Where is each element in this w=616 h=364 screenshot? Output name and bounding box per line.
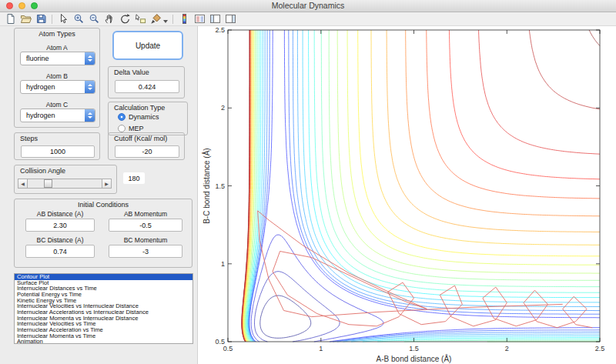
atom-c-label: Atom C [15,101,99,109]
atom-a-label: Atom A [15,44,99,52]
pan-icon[interactable] [102,13,116,25]
cutoff-field[interactable] [115,145,179,158]
slider-thumb[interactable] [44,179,52,188]
plot-type-listbox[interactable]: Contour PlotSurface PlotInternuclear Dis… [14,273,193,344]
toolbar-separator [172,15,173,24]
collision-angle-panel: Collision Angle ◀ ▶ [14,165,117,194]
calculation-type-panel: Calculation Type DynamicsMEP [108,102,188,135]
radio-label: MEP [129,125,144,132]
popup-arrows-icon [85,109,95,122]
delta-value-title: Delta Value [109,68,184,76]
steps-title: Steps [15,135,99,142]
controls-panel: Atom Types Atom AfluorineAtom BhydrogenA… [0,26,198,364]
zoom-out-icon[interactable] [87,13,101,25]
radio-button-icon[interactable] [118,113,126,121]
figure-toolbar [0,12,616,26]
delta-value-panel: Delta Value [108,66,185,99]
plot-browser-icon[interactable] [208,13,222,25]
atom-c-popup[interactable]: hydrogen [20,109,95,122]
initial-conditions-panel: Initial Conditions AB Distance (A)AB Mom… [14,199,192,268]
pointer-icon[interactable] [56,13,70,25]
x-tick-label: 2.5 [595,345,605,352]
atom-b-label: Atom B [15,72,99,80]
atom-types-title: Atom Types [15,30,99,38]
x-tick-label: 0.5 [223,345,233,352]
rotate-3d-icon[interactable] [118,13,132,25]
radio-button-icon[interactable] [118,125,126,132]
slider-left-arrow[interactable]: ◀ [18,179,28,189]
toolbar-separator [52,15,52,24]
insert-legend-icon[interactable] [192,13,206,25]
popup-arrows-icon [85,81,95,93]
slider-right-arrow[interactable]: ▶ [102,179,112,189]
x-axis-label: A-B bond distance (Å) [377,354,452,363]
initial-conditions-title: Initial Conditions [15,201,192,209]
ab-momentum-field[interactable] [109,219,182,232]
steps-field[interactable] [21,145,95,158]
zoom-in-icon[interactable] [72,13,85,25]
save-figure-icon[interactable] [34,13,48,25]
y-axis-label: B-C bond distance (Å) [202,148,211,223]
cutoff-title: Cutoff (Kcal/ mol) [109,135,184,142]
update-button[interactable]: Update [112,31,183,60]
figure-area: 0.511.522.50.511.522.5A-B bond distance … [197,26,616,364]
titlebar: Molecular Dynamics [0,0,616,12]
bc-momentum-field[interactable] [109,245,182,258]
x-tick-label: 1.5 [409,345,419,352]
data-cursor-icon[interactable] [133,13,147,25]
ab-distance-a-label: AB Distance (A) [21,210,99,218]
slider-track[interactable] [28,179,102,189]
plot-list-item[interactable]: Animation [15,339,192,344]
bc-momentum-label: BC Momentum [104,236,187,244]
cutoff-panel: Cutoff (Kcal/ mol) [108,132,185,160]
insert-colorbar-icon[interactable] [177,13,191,25]
bc-distance-a-field[interactable] [25,245,95,258]
radio-mep[interactable]: MEP [118,125,144,132]
x-tick-label: 1 [319,345,323,352]
y-tick-label: 1 [221,260,225,268]
collision-angle-value: 180 [123,172,145,184]
window-title: Molecular Dynamics [0,1,616,10]
ab-distance-a-field[interactable] [25,219,95,232]
collision-angle-slider[interactable]: ◀ ▶ [18,178,112,189]
property-editor-icon[interactable] [223,13,237,25]
atom-types-panel: Atom Types Atom AfluorineAtom BhydrogenA… [14,28,100,128]
contour-plot: 0.511.522.50.511.522.5A-B bond distance … [197,26,616,364]
calculation-type-title: Calculation Type [109,104,187,112]
open-file-icon[interactable] [18,13,32,25]
new-figure-icon[interactable] [3,13,17,25]
popup-arrows-icon [85,52,95,65]
y-tick-label: 0.5 [215,338,225,346]
atom-a-popup[interactable]: fluorine [20,52,95,65]
brush-dropdown-caret[interactable] [163,20,168,23]
atom-b-popup[interactable]: hydrogen [20,80,95,94]
radio-label: Dynamics [129,113,159,121]
y-tick-label: 2 [221,104,225,112]
axes-box [228,30,600,342]
collision-angle-title: Collision Angle [15,167,116,175]
y-tick-label: 2.5 [215,26,225,34]
ab-momentum-label: AB Momentum [104,210,187,218]
bc-distance-a-label: BC Distance (A) [21,236,99,244]
y-tick-label: 1.5 [215,182,225,190]
brush-icon[interactable] [149,13,162,25]
x-tick-label: 2 [505,345,509,352]
steps-panel: Steps [14,132,100,160]
delta-value-field[interactable] [115,80,179,93]
radio-dynamics[interactable]: Dynamics [118,113,159,121]
